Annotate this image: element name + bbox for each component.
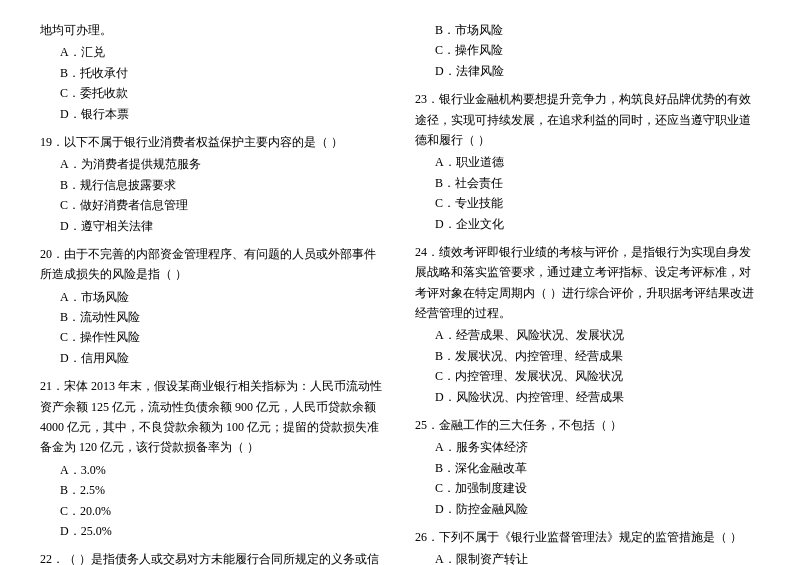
question-21: 21．宋体 2013 年末，假设某商业银行相关指标为：人民币流动性资产余额 12… <box>40 376 385 541</box>
q19-option-c: C．做好消费者信息管理 <box>40 195 385 215</box>
question-24: 24．绩效考评即银行业绩的考核与评价，是指银行为实现自身发展战略和落实监管要求，… <box>415 242 760 407</box>
q19-option-b: B．规行信息披露要求 <box>40 175 385 195</box>
q21-text: 21．宋体 2013 年末，假设某商业银行相关指标为：人民币流动性资产余额 12… <box>40 376 385 458</box>
question-22: 22．（ ）是指债务人或交易对方未能履行合同所规定的义务或信用质量发生变化，影响… <box>40 549 385 565</box>
question-20: 20．由于不完善的内部资金管理程序、有问题的人员或外部事件所造成损失的风险是指（… <box>40 244 385 368</box>
q20-option-b: B．流动性风险 <box>40 307 385 327</box>
q21-option-a: A．3.0% <box>40 460 385 480</box>
q22-option-d: D．法律风险 <box>415 61 760 81</box>
q24-text: 24．绩效考评即银行业绩的考核与评价，是指银行为实现自身发展战略和落实监管要求，… <box>415 242 760 324</box>
q20-option-c: C．操作性风险 <box>40 327 385 347</box>
q25-option-d: D．防控金融风险 <box>415 499 760 519</box>
right-column: B．市场风险 C．操作风险 D．法律风险 23．银行业金融机构要想提升竞争力，构… <box>415 20 760 565</box>
q25-option-a: A．服务实体经济 <box>415 437 760 457</box>
q23-text: 23．银行业金融机构要想提升竞争力，构筑良好品牌优势的有效途径，实现可持续发展，… <box>415 89 760 150</box>
q19-option-a: A．为消费者提供规范服务 <box>40 154 385 174</box>
q24-option-c: C．内控管理、发展状况、风险状况 <box>415 366 760 386</box>
q26-option-a: A．限制资产转让 <box>415 549 760 565</box>
question-26: 26．下列不属于《银行业监督管理法》规定的监管措施是（ ） A．限制资产转让 B… <box>415 527 760 565</box>
q25-option-c: C．加强制度建设 <box>415 478 760 498</box>
q25-option-b: B．深化金融改革 <box>415 458 760 478</box>
continuation-text: 地均可办理。 A．汇兑 B．托收承付 C．委托收款 D．银行本票 <box>40 20 385 124</box>
q19-option-d: D．遵守相关法律 <box>40 216 385 236</box>
page-container: 地均可办理。 A．汇兑 B．托收承付 C．委托收款 D．银行本票 19．以下不属… <box>40 20 760 565</box>
q25-text: 25．金融工作的三大任务，不包括（ ） <box>415 415 760 435</box>
q21-option-d: D．25.0% <box>40 521 385 541</box>
question-25: 25．金融工作的三大任务，不包括（ ） A．服务实体经济 B．深化金融改革 C．… <box>415 415 760 519</box>
option-b1: B．托收承付 <box>40 63 385 83</box>
q22-option-b: B．市场风险 <box>415 20 760 40</box>
q21-option-b: B．2.5% <box>40 480 385 500</box>
q20-option-d: D．信用风险 <box>40 348 385 368</box>
q26-text: 26．下列不属于《银行业监督管理法》规定的监管措施是（ ） <box>415 527 760 547</box>
q20-option-a: A．市场风险 <box>40 287 385 307</box>
option-a1: A．汇兑 <box>40 42 385 62</box>
q19-text: 19．以下不属于银行业消费者权益保护主要内容的是（ ） <box>40 132 385 152</box>
q23-option-d: D．企业文化 <box>415 214 760 234</box>
q23-option-a: A．职业道德 <box>415 152 760 172</box>
left-column: 地均可办理。 A．汇兑 B．托收承付 C．委托收款 D．银行本票 19．以下不属… <box>40 20 385 565</box>
question-23: 23．银行业金融机构要想提升竞争力，构筑良好品牌优势的有效途径，实现可持续发展，… <box>415 89 760 234</box>
option-d1: D．银行本票 <box>40 104 385 124</box>
q22-option-c: C．操作风险 <box>415 40 760 60</box>
q22-text: 22．（ ）是指债务人或交易对方未能履行合同所规定的义务或信用质量发生变化，影响… <box>40 549 385 565</box>
continuation-content: 地均可办理。 <box>40 20 385 40</box>
q23-option-c: C．专业技能 <box>415 193 760 213</box>
q24-option-b: B．发展状况、内控管理、经营成果 <box>415 346 760 366</box>
q23-option-b: B．社会责任 <box>415 173 760 193</box>
q21-option-c: C．20.0% <box>40 501 385 521</box>
q24-option-d: D．风险状况、内控管理、经营成果 <box>415 387 760 407</box>
q24-option-a: A．经营成果、风险状况、发展状况 <box>415 325 760 345</box>
question-19: 19．以下不属于银行业消费者权益保护主要内容的是（ ） A．为消费者提供规范服务… <box>40 132 385 236</box>
q22-continuation: B．市场风险 C．操作风险 D．法律风险 <box>415 20 760 81</box>
option-c1: C．委托收款 <box>40 83 385 103</box>
q20-text: 20．由于不完善的内部资金管理程序、有问题的人员或外部事件所造成损失的风险是指（… <box>40 244 385 285</box>
